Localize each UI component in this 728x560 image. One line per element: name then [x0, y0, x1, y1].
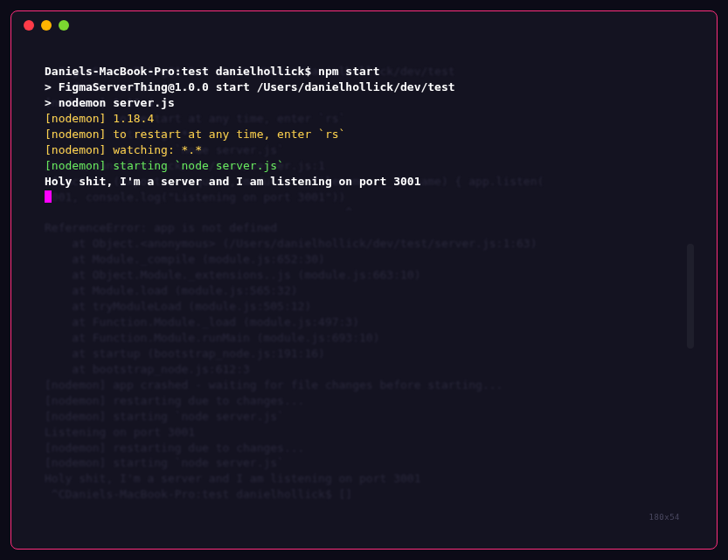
scrollback-line: at Module.load (module.js:565:32): [45, 283, 683, 299]
scrollback-line: at Object.Module._extensions..js (module…: [45, 267, 683, 283]
scrollback-line: [nodemon] starting `node server.js`: [45, 455, 683, 471]
nodemon-tag: [nodemon]: [45, 143, 106, 156]
window-titlebar: [11, 11, 717, 39]
scrollback-line: ^CDaniels-MacBook-Pro:test danielhollick…: [45, 487, 683, 502]
cursor-icon: [45, 190, 52, 203]
scrollback-line: at tryModuleLoad (module.js:505:12): [45, 299, 683, 315]
scrollback-line: ^: [45, 204, 683, 220]
terminal-window: > FigmaServerThing@1.0.0 start /Users/da…: [10, 10, 718, 550]
scrollback-line: [nodemon] app crashed - waiting for file…: [45, 377, 683, 393]
scrollback-line: at Module._compile (module.js:652:30): [45, 252, 683, 267]
nodemon-tag: [nodemon]: [45, 112, 106, 125]
close-icon[interactable]: [24, 20, 34, 31]
nodemon-line: [nodemon] to restart at any time, enter …: [45, 127, 683, 142]
scrollback-line: Listening on port 3001: [45, 425, 683, 440]
scrollback-line: at bootstrap_node.js:612:3: [45, 362, 683, 377]
prompt-line: Daniels-MacBook-Pro:test danielhollick$ …: [45, 64, 683, 80]
scrollback-line: ReferenceError: app is not defined: [45, 220, 683, 236]
nodemon-tag: [nodemon]: [45, 128, 106, 141]
scrollback-line: at startup (bootstrap_node.js:191:16): [45, 346, 683, 362]
scrollback-line: at Object.<anonymous> (/Users/danielholl…: [45, 236, 683, 252]
scrollback-line: Holy shit, I'm a server and I am listeni…: [45, 471, 683, 487]
server-listening-line: Holy shit, I'm a server and I am listeni…: [45, 174, 683, 190]
terminal-output: Daniels-MacBook-Pro:test danielhollick$ …: [45, 64, 683, 204]
scrollback-line: [nodemon] restarting due to changes...: [45, 393, 683, 409]
nodemon-text: to restart at any time, enter `rs`: [106, 128, 345, 141]
scrollback-line: at Function.Module._load (module.js:497:…: [45, 315, 683, 330]
maximize-icon[interactable]: [59, 20, 69, 31]
cursor-line: [45, 190, 683, 205]
scrollback-line: at Function.Module.runMain (module.js:69…: [45, 330, 683, 346]
nodemon-line: [nodemon] 1.18.4: [45, 111, 683, 127]
dimensions-label: 180x54: [648, 512, 680, 522]
nodemon-line: [nodemon] starting `node server.js`: [45, 158, 683, 174]
nodemon-tag: [nodemon]: [45, 159, 106, 172]
nodemon-text: 1.18.4: [106, 112, 154, 125]
npm-start-line: > FigmaServerThing@1.0.0 start /Users/da…: [45, 80, 683, 95]
scrollback-line: [nodemon] starting `node server.js`: [45, 409, 683, 425]
scrollback-line: [nodemon] restarting due to changes...: [45, 440, 683, 456]
minimize-icon[interactable]: [41, 20, 52, 31]
npm-start-line: > nodemon server.js: [45, 95, 683, 111]
scrollbar[interactable]: [687, 244, 694, 349]
nodemon-text: watching: *.*: [106, 143, 202, 156]
nodemon-line: [nodemon] watching: *.*: [45, 142, 683, 158]
terminal-body[interactable]: > FigmaServerThing@1.0.0 start /Users/da…: [32, 52, 696, 531]
nodemon-text: starting `node server.js`: [106, 159, 284, 172]
